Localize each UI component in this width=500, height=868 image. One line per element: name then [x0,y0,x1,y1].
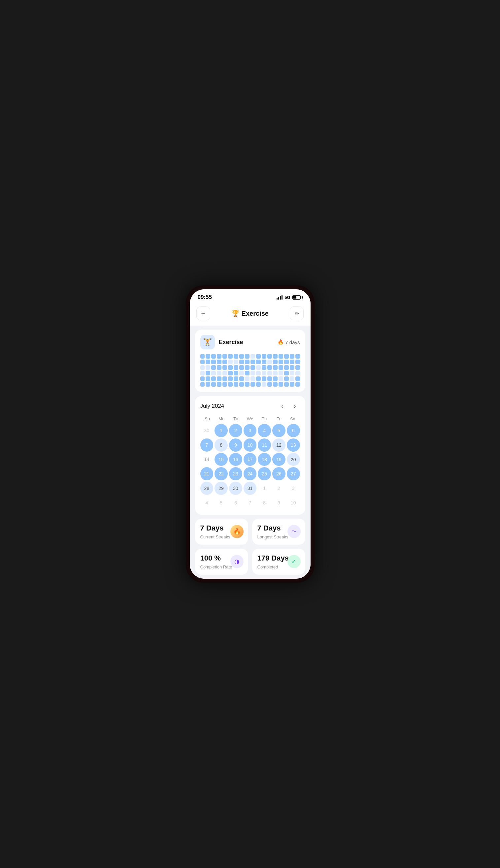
trend-streak-icon: 〜 [287,525,301,538]
back-button[interactable]: ← [196,306,210,320]
heatmap-cell [200,360,205,364]
calendar-day[interactable]: 4 [258,424,271,437]
heatmap-cell [256,365,261,370]
heatmap-cell [262,371,266,375]
calendar-day[interactable]: 29 [215,482,228,495]
calendar-day[interactable]: 21 [200,467,214,481]
heatmap-cell [295,371,300,375]
calendar-day[interactable]: 9 [229,438,242,452]
calendar-day[interactable]: 6 [287,424,300,437]
calendar-day[interactable]: 10 [243,438,257,452]
status-time: 09:55 [198,294,212,301]
calendar-day[interactable]: 23 [229,467,242,481]
heatmap-cell [211,371,216,375]
edit-button[interactable]: ✏ [290,306,304,320]
heatmap-cell [234,354,238,359]
calendar-day[interactable]: 27 [287,467,300,481]
calendar-day[interactable]: 4 [200,496,214,509]
heatmap-cell [267,365,272,370]
calendar-day[interactable]: 18 [258,453,271,466]
heatmap-cell [211,360,216,364]
calendar-day[interactable]: 5 [215,496,228,509]
heatmap-cell [245,360,250,364]
calendar-day[interactable]: 13 [287,438,300,452]
calendar-day[interactable]: 2 [272,482,285,495]
calendar-day[interactable]: 7 [200,438,214,452]
calendar-day[interactable]: 30 [200,424,214,437]
calendar-day[interactable]: 8 [258,496,271,509]
heatmap-cell [239,382,244,387]
calendar-day[interactable]: 2 [229,424,242,437]
day-header: We [243,416,257,421]
calendar-day[interactable]: 1 [258,482,271,495]
calendar-day[interactable]: 8 [215,438,228,452]
calendar-day[interactable]: 20 [287,453,300,466]
calendar-day[interactable]: 22 [215,467,228,481]
calendar-day[interactable]: 9 [272,496,285,509]
content-area: 🏋️ Exercise 🔥 7 days July 2024 ‹ [190,326,310,578]
heatmap-cell [279,360,283,364]
heatmap-cell [273,382,277,387]
heatmap-cell [211,365,216,370]
calendar-day[interactable]: 31 [243,482,257,495]
calendar-day[interactable]: 24 [243,467,257,481]
calendar-day[interactable]: 30 [229,482,242,495]
habit-name: Exercise [219,339,278,346]
status-bar: 09:55 5G [190,289,310,303]
calendar-day[interactable]: 10 [287,496,300,509]
fire-icon: 🔥 [277,339,284,345]
heatmap-cell [284,382,289,387]
heatmap-cell [256,377,261,381]
heatmap-cell [290,360,294,364]
heatmap-cell [234,371,238,375]
heatmap-cell [228,377,233,381]
heatmap-cell [262,360,266,364]
heatmap-cell [206,365,210,370]
completion-row: 100 % Completion Rate ◑ 179 Days Complet… [195,549,305,575]
heatmap-cell [279,377,283,381]
day-header: Fr [271,416,285,421]
prev-month-button[interactable]: ‹ [277,401,287,411]
heatmap-cell [234,377,238,381]
calendar-day[interactable]: 11 [258,438,271,452]
heatmap-cell [217,377,221,381]
heatmap-cell [211,377,216,381]
calendar-nav: ‹ › [277,401,300,411]
calendar-day[interactable]: 1 [215,424,228,437]
heatmap-cell [223,377,227,381]
calendar-day[interactable]: 3 [243,424,257,437]
heatmap-cell [217,365,221,370]
calendar-day[interactable]: 5 [272,424,285,437]
calendar-day[interactable]: 28 [200,482,214,495]
heatmap-cell [228,354,233,359]
calendar-day[interactable]: 16 [229,453,242,466]
calendar-day[interactable]: 19 [272,453,285,466]
heatmap-cell [262,354,266,359]
status-icons: 5G [276,295,302,300]
heatmap-cell [206,382,210,387]
calendar-day[interactable]: 26 [272,467,285,481]
heatmap-cell [245,371,250,375]
calendar-day[interactable]: 7 [243,496,257,509]
heatmap-cell [211,354,216,359]
current-streak-card: 7 Days Current Streaks 🔥 [195,519,248,545]
heatmap-cell [256,354,261,359]
heatmap-cell [284,365,289,370]
heatmap-cell [273,354,277,359]
heatmap-cell [267,360,272,364]
calendar-day[interactable]: 25 [258,467,271,481]
next-month-button[interactable]: › [290,401,300,411]
streak-value: 7 days [285,339,300,345]
heatmap-cell [234,365,238,370]
calendar-day[interactable]: 6 [229,496,242,509]
day-header: Sa [285,416,300,421]
heatmap-cell [228,371,233,375]
calendar-day[interactable]: 17 [243,453,257,466]
heatmap-cell [295,365,300,370]
completed-days-card: 179 Days Completed ✓ [252,549,305,575]
calendar-day[interactable]: 12 [272,438,285,452]
calendar-day[interactable]: 15 [215,453,228,466]
calendar-day[interactable]: 14 [200,453,214,466]
calendar-day[interactable]: 3 [287,482,300,495]
battery-icon [292,295,303,300]
